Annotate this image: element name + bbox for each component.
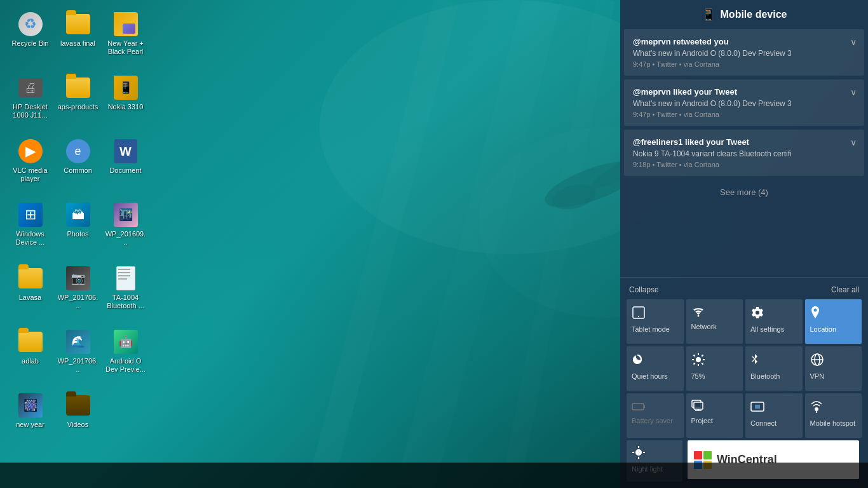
notif-1-expand-icon[interactable]: ∨ — [850, 37, 857, 47]
network-label: Network — [691, 323, 717, 330]
icon-hp-deskjet[interactable]: 🖨 HP Deskjet 1000 J11... — [6, 70, 54, 133]
notif-1-meta: 9:47p • Twitter • via Cortana — [633, 60, 855, 68]
icon-ta-1004[interactable]: TA-1004Bluetooth ... — [102, 261, 149, 324]
qa-project[interactable]: Project — [686, 393, 743, 438]
all-settings-label: All settings — [750, 325, 784, 333]
connect-label: Connect — [750, 419, 776, 427]
qa-quiet-hours[interactable]: Quiet hours — [627, 346, 684, 391]
android-icon: 🤖 — [114, 330, 138, 354]
mobile-hotspot-icon — [810, 400, 823, 417]
svg-rect-31 — [694, 402, 703, 409]
qa-brightness[interactable]: 75% — [686, 346, 743, 391]
wp-201609-label: WP_201609... — [105, 230, 146, 247]
qa-bluetooth[interactable]: Bluetooth — [745, 346, 803, 391]
see-more-label: See more (4) — [720, 187, 768, 197]
icon-wp-201609[interactable]: 🌃 WP_201609... — [102, 197, 149, 261]
qa-mobile-hotspot[interactable]: Mobile hotspot — [805, 393, 862, 438]
phone-folder-icon: 📱 — [114, 76, 138, 100]
notif-3-meta: 9:18p • Twitter • via Cortana — [633, 161, 855, 168]
photos-label: Photos — [67, 230, 88, 238]
qa-vpn[interactable]: VPN — [805, 346, 862, 391]
aps-products-label: aps-products — [58, 103, 98, 111]
qa-battery-saver[interactable]: Battery saver — [627, 393, 684, 438]
folder-icon — [66, 14, 90, 34]
wp-201706-1-label: WP_201706... — [57, 294, 98, 310]
new-year-icon: 🎆 — [18, 393, 43, 417]
notification-3[interactable]: @freeliners1 liked your Tweet Nokia 9 TA… — [624, 130, 864, 176]
svg-rect-29 — [644, 405, 645, 408]
svg-rect-36 — [755, 405, 760, 409]
svg-point-38 — [635, 449, 642, 456]
videos-label: Videos — [67, 421, 88, 429]
notif-1-title: @meprvn retweeted you — [633, 37, 855, 46]
svg-point-12 — [756, 311, 759, 315]
collapse-clear-row: Collapse Clear all — [624, 283, 864, 299]
nokia-3310-label: Nokia 3310 — [108, 103, 144, 111]
ac-title: Mobile device — [721, 9, 787, 20]
thumbnail-icon-1: 🌃 — [114, 203, 138, 227]
ac-header: 📱 Mobile device — [620, 0, 868, 29]
folder-icon-3 — [18, 268, 43, 288]
icon-adlab[interactable]: adlab — [6, 324, 54, 388]
icon-common[interactable]: e Common — [54, 133, 102, 197]
icon-wp-201706-1[interactable]: 📷 WP_201706... — [54, 261, 102, 324]
collapse-button[interactable]: Collapse — [629, 285, 659, 294]
icon-vlc[interactable]: ▶ VLC mediaplayer — [6, 133, 54, 197]
qa-tablet-mode[interactable]: Tablet mode — [627, 299, 684, 344]
qa-all-settings[interactable]: All settings — [745, 299, 803, 344]
quiet-hours-label: Quiet hours — [632, 372, 668, 380]
brightness-icon — [691, 353, 705, 370]
windows-device-label: WindowsDevice ... — [16, 230, 45, 247]
see-more-button[interactable]: See more (4) — [628, 180, 860, 205]
connect-icon — [750, 400, 764, 417]
icon-photos[interactable]: 🏔 Photos — [54, 197, 102, 261]
wp-201706-2-label: WP_201706... — [57, 357, 98, 374]
folder-icon-2 — [66, 78, 90, 98]
icon-aps-products[interactable]: aps-products — [54, 70, 102, 133]
recycle-bin-label: Recycle Bin — [11, 39, 48, 48]
lavasa-label: Lavasa — [19, 294, 41, 302]
icon-new-year-black-pearl[interactable]: New Year +Black Pearl — [102, 6, 149, 70]
qa-network[interactable]: Network — [686, 299, 743, 344]
brightness-label: 75% — [691, 372, 705, 380]
vlc-label: VLC mediaplayer — [13, 166, 47, 183]
tablet-mode-label: Tablet mode — [632, 325, 670, 333]
icon-recycle-bin[interactable]: ♻ Recycle Bin — [6, 6, 54, 70]
document-label: Document — [109, 166, 141, 175]
ac-controls: Collapse Clear all Tablet mode — [620, 277, 868, 488]
icon-nokia-3310[interactable]: 📱 Nokia 3310 — [102, 70, 149, 133]
quick-actions-grid: Tablet mode Network — [624, 299, 864, 438]
icon-videos[interactable]: Videos — [54, 388, 102, 451]
adlab-label: adlab — [22, 357, 39, 365]
svg-line-21 — [702, 355, 703, 356]
mobile-hotspot-label: Mobile hotspot — [810, 419, 856, 427]
videos-icon — [66, 395, 90, 416]
icon-new-year[interactable]: 🎆 new year — [6, 388, 54, 451]
icon-windows-device[interactable]: ⊞ WindowsDevice ... — [6, 197, 54, 261]
printer-icon: 🖨 — [18, 78, 43, 97]
project-icon — [691, 400, 705, 414]
qa-location[interactable]: Location — [805, 299, 862, 344]
notification-2[interactable]: @meprvn liked your Tweet What's new in A… — [624, 79, 864, 126]
svg-line-23 — [752, 356, 755, 359]
new-year-label: new year — [16, 421, 44, 429]
tablet-mode-icon — [632, 306, 646, 323]
svg-point-11 — [697, 315, 699, 317]
notifications-area: @meprvn retweeted you What's new in Andr… — [620, 29, 868, 277]
icon-lavasa-final[interactable]: lavasa final — [54, 6, 102, 70]
battery-saver-label: Battery saver — [632, 417, 673, 424]
battery-saver-icon — [632, 400, 646, 414]
clear-all-button[interactable]: Clear all — [831, 285, 859, 294]
notification-1[interactable]: @meprvn retweeted you What's new in Andr… — [624, 29, 864, 76]
bluetooth-icon — [750, 353, 759, 370]
qa-connect[interactable]: Connect — [745, 393, 803, 438]
icon-document[interactable]: W Document — [102, 133, 149, 197]
icon-wp-201706-2[interactable]: 🌊 WP_201706... — [54, 324, 102, 388]
svg-point-14 — [696, 357, 701, 362]
photos-icon: 🏔 — [66, 203, 90, 227]
notif-2-expand-icon[interactable]: ∨ — [850, 87, 857, 97]
notif-3-expand-icon[interactable]: ∨ — [850, 137, 857, 147]
icon-lavasa[interactable]: Lavasa — [6, 261, 54, 324]
icon-android-o[interactable]: 🤖 Android ODev Previe... — [102, 324, 149, 388]
icons-area: ♻ Recycle Bin lavasa final New Year +Bla… — [0, 0, 610, 488]
